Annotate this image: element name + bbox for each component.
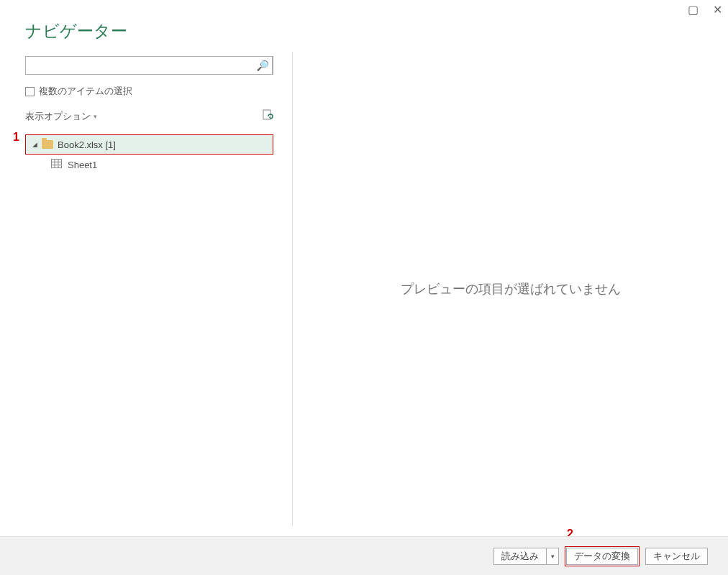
annotation-1: 1 xyxy=(13,131,19,144)
close-icon[interactable]: ✕ xyxy=(713,4,722,16)
tree-root-label: Book2.xlsx [1] xyxy=(58,139,116,150)
chevron-down-icon: ▾ xyxy=(94,113,97,120)
preview-pane: プレビューの項目が選ばれていません xyxy=(293,52,728,526)
tree-child-item[interactable]: Sheet1 xyxy=(25,155,273,175)
tree-root-item[interactable]: ◢ Book2.xlsx [1] xyxy=(25,134,273,155)
display-options-label: 表示オプション xyxy=(25,110,91,123)
window-controls: ▢ ✕ xyxy=(688,4,722,16)
search-icon[interactable]: 🔍 xyxy=(254,57,273,74)
navigator-tree: ◢ Book2.xlsx [1] Sheet1 xyxy=(25,134,273,175)
transform-data-button[interactable]: データの変換 xyxy=(566,548,638,565)
load-dropdown-button[interactable]: ▾ xyxy=(546,548,559,565)
load-button[interactable]: 読み込み xyxy=(493,548,546,565)
search-field[interactable]: 🔍 xyxy=(25,56,273,75)
display-options-dropdown[interactable]: 表示オプション ▾ xyxy=(25,110,97,123)
search-input[interactable] xyxy=(26,57,273,74)
multi-select-checkbox[interactable]: 複数のアイテムの選択 xyxy=(25,85,273,98)
sheet-icon xyxy=(51,159,62,170)
multi-select-label: 複数のアイテムの選択 xyxy=(39,85,132,98)
svg-rect-1 xyxy=(52,160,62,168)
cancel-button[interactable]: キャンセル xyxy=(645,548,708,565)
chevron-down-icon: ▾ xyxy=(551,553,555,560)
load-button-split[interactable]: 読み込み ▾ xyxy=(493,548,559,565)
navigator-left-pane: 🔍 複数のアイテムの選択 表示オプション ▾ ◢ Book2.xlsx [1] … xyxy=(25,56,273,530)
preview-empty-message: プレビューの項目が選ばれていません xyxy=(401,280,621,298)
expander-icon[interactable]: ◢ xyxy=(32,141,37,148)
maximize-icon[interactable]: ▢ xyxy=(688,4,699,16)
refresh-icon[interactable] xyxy=(262,109,273,123)
tree-child-label: Sheet1 xyxy=(68,160,97,170)
dialog-footer: 読み込み ▾ データの変換 キャンセル xyxy=(0,536,728,575)
checkbox-icon[interactable] xyxy=(25,87,35,96)
dialog-title: ナビゲーター xyxy=(25,20,127,42)
folder-icon xyxy=(42,140,53,149)
